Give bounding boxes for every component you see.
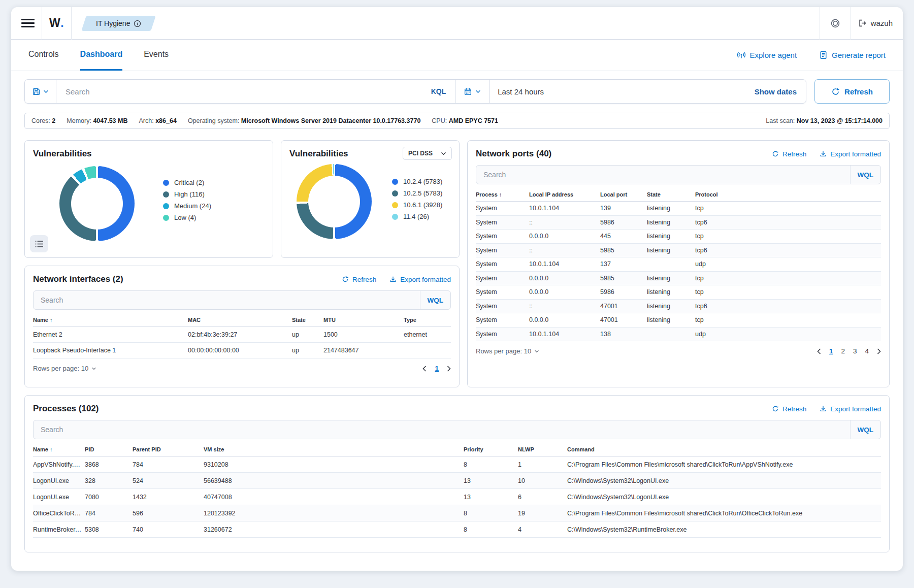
menu-icon[interactable] — [21, 19, 35, 27]
interface-name[interactable]: Loopback Pseudo-Interface 1 — [33, 347, 116, 354]
page-number[interactable]: 2 — [841, 347, 845, 355]
ports-search-input[interactable] — [476, 171, 850, 179]
legend-item[interactable]: 10.2.4 (5783) — [392, 178, 442, 185]
legend-item[interactable]: Medium (24) — [163, 202, 211, 210]
sysinfo-arch: Arch: x86_64 — [139, 117, 176, 124]
column-header[interactable]: Command — [567, 442, 881, 456]
legend-item[interactable]: High (116) — [163, 190, 211, 198]
chevron-down-icon — [534, 350, 539, 353]
prev-page-icon[interactable] — [817, 348, 821, 354]
legend-label: Critical (2) — [174, 179, 204, 186]
next-page-icon[interactable] — [877, 348, 881, 354]
column-header[interactable]: Local IP address — [529, 187, 600, 201]
next-page-icon[interactable] — [447, 366, 451, 372]
interfaces-refresh-button[interactable]: Refresh — [342, 276, 376, 283]
page-number[interactable]: 3 — [853, 347, 857, 355]
requirement-select[interactable]: PCI DSS — [403, 147, 452, 160]
interface-row[interactable]: Loopback Pseudo-Interface 1 00:00:00:00:… — [33, 343, 451, 358]
process-row[interactable]: RuntimeBroker.exe 5308 740 31260672 8 4 … — [33, 521, 881, 538]
column-header[interactable]: NLWP — [518, 442, 567, 456]
column-header[interactable]: State — [292, 313, 323, 326]
ports-refresh-button[interactable]: Refresh — [772, 150, 806, 158]
info-icon[interactable] — [134, 19, 142, 27]
logo-dot: . — [60, 16, 64, 29]
tab-events[interactable]: Events — [144, 40, 169, 71]
column-header[interactable]: Local port — [600, 187, 647, 201]
page-number[interactable]: 1 — [829, 347, 833, 355]
legend-item[interactable]: 10.2.5 (5783) — [392, 189, 442, 197]
wazuh-logo[interactable]: W. — [49, 16, 64, 30]
legend-list-toggle-button[interactable] — [30, 235, 48, 252]
port-row[interactable]: System 10.0.1.104 138 udp — [476, 328, 881, 342]
rows-per-page-select[interactable]: Rows per page: 10 — [33, 365, 96, 372]
interface-row[interactable]: Ethernet 2 02:bf:4b:3e:39:27 up 1500 eth… — [33, 327, 451, 343]
process-row[interactable]: LogonUI.exe 7080 1432 40747008 13 6 C:\W… — [33, 489, 881, 505]
refresh-button[interactable]: Refresh — [814, 79, 890, 104]
port-row[interactable]: System :: 5985 listening tcp6 — [476, 244, 881, 258]
pci-donut-chart[interactable] — [297, 164, 372, 239]
process-row[interactable]: LogonUI.exe 328 524 56639488 13 10 C:\Wi… — [33, 473, 881, 489]
column-header[interactable]: Name↑ — [33, 313, 188, 326]
port-row[interactable]: System :: 47001 listening tcp6 — [476, 300, 881, 314]
column-header[interactable]: Parent PID — [133, 442, 204, 456]
explore-agent-label: Explore agent — [750, 51, 797, 59]
ports-wql-toggle[interactable]: WQL — [850, 166, 881, 184]
column-header[interactable]: MTU — [323, 313, 404, 326]
search-input[interactable] — [66, 87, 413, 96]
column-header[interactable]: MAC — [188, 313, 292, 326]
port-row[interactable]: System 10.0.1.104 137 udp — [476, 257, 881, 272]
column-header[interactable]: Protocol — [695, 187, 881, 201]
column-header[interactable]: Name↑ — [33, 442, 85, 456]
time-range-value[interactable]: Last 24 hours — [489, 80, 745, 103]
processes-export-button[interactable]: Export formatted — [820, 405, 881, 413]
process-row[interactable]: OfficeClickToRun.exe 784 596 120123392 8… — [33, 505, 881, 521]
processes-search-input[interactable] — [34, 426, 850, 434]
column-header[interactable]: Priority — [464, 442, 518, 456]
port-row[interactable]: System 0.0.0.0 5985 listening tcp — [476, 272, 881, 286]
interfaces-export-button[interactable]: Export formatted — [389, 276, 451, 283]
export-label: Export formatted — [400, 276, 451, 283]
prev-page-icon[interactable] — [422, 366, 427, 372]
port-row[interactable]: System 0.0.0.0 445 listening tcp — [476, 230, 881, 244]
ports-export-button[interactable]: Export formatted — [820, 150, 881, 158]
page-number[interactable]: 1 — [435, 365, 439, 372]
port-row[interactable]: System :: 5986 listening tcp6 — [476, 216, 881, 230]
interfaces-wql-toggle[interactable]: WQL — [420, 291, 451, 309]
column-header[interactable]: VM size — [204, 442, 464, 456]
column-header[interactable]: Type — [404, 313, 451, 326]
top-navbar: W. IT Hygiene wazuh — [11, 7, 903, 40]
tab-controls[interactable]: Controls — [28, 40, 59, 71]
column-header[interactable]: PID — [85, 442, 133, 456]
date-picker-button[interactable] — [455, 80, 489, 103]
processes-wql-toggle[interactable]: WQL — [850, 420, 881, 439]
legend-item[interactable]: Critical (2) — [163, 179, 211, 186]
show-dates-button[interactable]: Show dates — [745, 80, 806, 103]
saved-queries-button[interactable] — [25, 80, 56, 103]
port-row[interactable]: System 10.0.1.104 139 listening tcp — [476, 202, 881, 216]
severity-donut-chart[interactable] — [59, 166, 135, 241]
legend-item[interactable]: 11.4 (26) — [392, 213, 442, 220]
processes-refresh-button[interactable]: Refresh — [772, 405, 806, 413]
interface-name[interactable]: Ethernet 2 — [33, 331, 62, 338]
guide-circle-icon[interactable] — [827, 18, 843, 28]
breadcrumb[interactable]: IT Hygiene — [81, 16, 156, 31]
port-row[interactable]: System 0.0.0.0 5986 listening tcp — [476, 285, 881, 300]
process-row[interactable]: AppVShNotify.exe 3868 784 9310208 8 1 C:… — [33, 456, 881, 473]
network-interfaces-panel: Network interfaces (2) Refresh Export fo… — [24, 266, 460, 387]
legend-item[interactable]: 10.6.1 (3928) — [392, 201, 442, 209]
logout-wazuh-button[interactable]: wazuh — [858, 19, 893, 27]
page-number[interactable]: 4 — [865, 347, 869, 355]
interfaces-search-input[interactable] — [34, 296, 420, 304]
legend-item[interactable]: Low (4) — [163, 214, 211, 221]
explore-agent-button[interactable]: Explore agent — [737, 51, 797, 60]
kql-toggle[interactable]: KQL — [422, 80, 455, 103]
generate-report-button[interactable]: Generate report — [819, 51, 886, 59]
legend-label: High (116) — [174, 190, 205, 198]
rows-per-page-select[interactable]: Rows per page: 10 — [476, 347, 539, 355]
refresh-label: Refresh — [782, 405, 806, 413]
refresh-label: Refresh — [782, 150, 806, 158]
tab-dashboard[interactable]: Dashboard — [80, 40, 123, 71]
column-header[interactable]: State — [647, 187, 695, 201]
column-header[interactable]: Process↑ — [476, 187, 529, 201]
port-row[interactable]: System 0.0.0.0 47001 listening tcp — [476, 313, 881, 328]
